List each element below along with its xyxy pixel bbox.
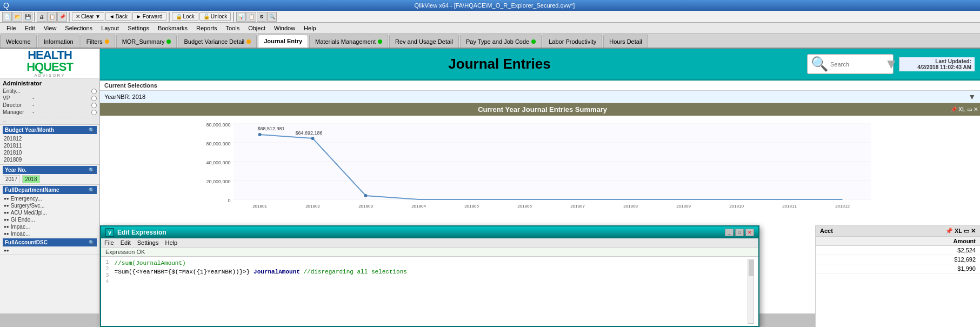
search-box[interactable]: 🔍 ▼: [807, 54, 894, 74]
chart-icon[interactable]: 📊: [236, 12, 246, 22]
table-icon[interactable]: 📋: [246, 12, 256, 22]
budget-item-201811[interactable]: 201811: [3, 142, 97, 149]
code-scrollbar[interactable]: [748, 259, 754, 324]
dept-item-6[interactable]: ●● Impac...: [3, 230, 97, 236]
dialog-menu-settings[interactable]: Settings: [137, 239, 159, 246]
tab-pay-type[interactable]: Pay Type and Job Code: [460, 35, 542, 48]
dialog-title-text: Edit Expression: [117, 229, 166, 236]
chart-title: Current Year Journal Entries Summary: [135, 105, 950, 114]
year-search-icon[interactable]: 🔍: [89, 168, 95, 173]
chart-icon-3[interactable]: ▭: [967, 106, 972, 112]
dept-item-3[interactable]: ●● ACU Med/Jpl...: [3, 209, 97, 216]
menu-layout[interactable]: Layout: [97, 24, 123, 32]
acct-item-1[interactable]: ●●: [3, 248, 97, 253]
menu-settings[interactable]: Settings: [123, 24, 154, 32]
separator-3: [169, 12, 170, 22]
menu-object[interactable]: Object: [244, 24, 270, 32]
dialog-menu-edit[interactable]: Edit: [121, 239, 131, 246]
dept-item-4[interactable]: ●● GI Endo...: [3, 216, 97, 223]
search-dropdown-icon[interactable]: ▼: [884, 56, 898, 72]
year-nbr-row: YearNBR: 2018 ▼: [100, 91, 980, 103]
tab-materials[interactable]: Materials Management: [309, 35, 388, 48]
full-dept-list[interactable]: ●● Emergency... ●● Surgery/Svc... ●● ACU…: [3, 195, 97, 236]
dept-search-icon[interactable]: 🔍: [89, 188, 95, 193]
tab-welcome[interactable]: Welcome: [0, 35, 37, 48]
dialog-maximize-button[interactable]: □: [735, 229, 744, 236]
budget-item-201809[interactable]: 201809: [3, 156, 97, 163]
unlock-button[interactable]: 🔓 Unlock: [199, 12, 231, 21]
copy-icon[interactable]: 📋: [47, 12, 57, 22]
amount-row-1[interactable]: $2,524: [816, 246, 980, 255]
amount-row-3[interactable]: $1,990: [816, 264, 980, 273]
search-toolbar-icon[interactable]: 🔍: [267, 12, 277, 22]
menu-help[interactable]: Help: [299, 24, 321, 32]
dialog-code-area[interactable]: 1 2 3 4 //sum(JournalAmount) =Sum({<Year…: [101, 257, 758, 326]
open-icon[interactable]: 📂: [12, 12, 22, 22]
chart-icon-1[interactable]: 📌: [950, 106, 957, 112]
year-2017[interactable]: 2017: [3, 175, 20, 183]
director-radio[interactable]: [91, 103, 97, 108]
amount-row-2[interactable]: $12,692: [816, 255, 980, 264]
tab-mor-summary[interactable]: MOR_Summary: [116, 35, 177, 48]
clear-button[interactable]: ✕ Clear ▼: [72, 12, 104, 21]
back-button[interactable]: ◄ Back: [105, 12, 131, 21]
forward-button[interactable]: ► Forward: [132, 12, 166, 21]
svg-text:201812: 201812: [835, 204, 850, 209]
budget-item-201812[interactable]: 201812: [3, 135, 97, 142]
vp-radio[interactable]: [91, 96, 97, 101]
budget-year-month-list[interactable]: 201812 201811 201810 201809: [3, 135, 97, 163]
menu-selections[interactable]: Selections: [61, 24, 97, 32]
dialog-minimize-button[interactable]: _: [725, 229, 734, 236]
tab-rev-usage[interactable]: Rev and Usage Detail: [389, 35, 459, 48]
dialog-title-left: v Edit Expression: [105, 228, 166, 237]
full-acct-list[interactable]: ●●: [3, 248, 97, 253]
dialog-menu-help[interactable]: Help: [165, 239, 177, 246]
chart-icon-4[interactable]: ✕: [974, 106, 978, 112]
menu-view[interactable]: View: [39, 24, 61, 32]
tab-journal-entry[interactable]: Journal Entry: [258, 35, 308, 48]
amount-icon-3[interactable]: ▭: [964, 228, 969, 234]
menu-file[interactable]: File: [2, 24, 21, 32]
code-scrollbar-thumb[interactable]: [749, 260, 754, 276]
tab-hours[interactable]: Hours Detail: [603, 35, 648, 48]
entity-radio[interactable]: [91, 89, 97, 94]
dialog-close-button[interactable]: ✕: [745, 229, 754, 236]
tab-budget-variance[interactable]: Budget Variance Detail: [178, 35, 257, 48]
menu-reports[interactable]: Reports: [192, 24, 222, 32]
dept-item-1[interactable]: ●● Emergency...: [3, 195, 97, 202]
amount-icon-1[interactable]: 📌: [945, 228, 953, 234]
new-icon[interactable]: 📄: [2, 12, 12, 22]
lock-button[interactable]: 🔒 Lock: [172, 12, 198, 21]
budget-search-icon[interactable]: 🔍: [89, 128, 95, 133]
tab-filters[interactable]: Filters: [81, 35, 115, 48]
dept-item-2[interactable]: ●● Surgery/Svc...: [3, 202, 97, 209]
year-no-section: Year No. 🔍 2017 2018: [0, 165, 99, 185]
amount-icon-4[interactable]: ✕: [971, 228, 976, 234]
tab-labor[interactable]: Labor Productivity: [543, 35, 602, 48]
amount-header-icons: 📌 XL ▭ ✕: [945, 228, 976, 235]
menu-bookmarks[interactable]: Bookmarks: [154, 24, 192, 32]
year-2018[interactable]: 2018: [22, 175, 39, 183]
search-input[interactable]: [830, 61, 884, 68]
menu-window[interactable]: Window: [270, 24, 299, 32]
print-icon[interactable]: 🖨: [37, 12, 46, 22]
chart-icon-2[interactable]: XL: [958, 106, 965, 112]
amount-icon-2[interactable]: XL: [955, 228, 962, 234]
tab-information[interactable]: Information: [38, 35, 79, 48]
svg-text:201804: 201804: [411, 204, 426, 209]
dept-item-5[interactable]: ●● Impac...: [3, 223, 97, 230]
separator-1: [34, 12, 35, 22]
year-no-list[interactable]: 2017 2018: [3, 175, 97, 183]
acct-search-icon[interactable]: 🔍: [89, 240, 95, 245]
manager-radio[interactable]: [91, 110, 97, 115]
save-icon[interactable]: 💾: [23, 12, 32, 22]
code-content[interactable]: //sum(JournalAmount) =Sum({<YearNBR={$(=…: [115, 259, 748, 324]
menu-edit[interactable]: Edit: [21, 24, 39, 32]
budget-item-201810[interactable]: 201810: [3, 149, 97, 156]
year-nbr-expand[interactable]: ▼: [968, 92, 976, 101]
paste-icon[interactable]: 📌: [57, 12, 67, 22]
dialog-menu-file[interactable]: File: [104, 239, 114, 246]
admin-row-vp: VP -: [3, 95, 97, 102]
settings-icon[interactable]: ⚙: [257, 12, 266, 22]
menu-tools[interactable]: Tools: [221, 24, 244, 32]
